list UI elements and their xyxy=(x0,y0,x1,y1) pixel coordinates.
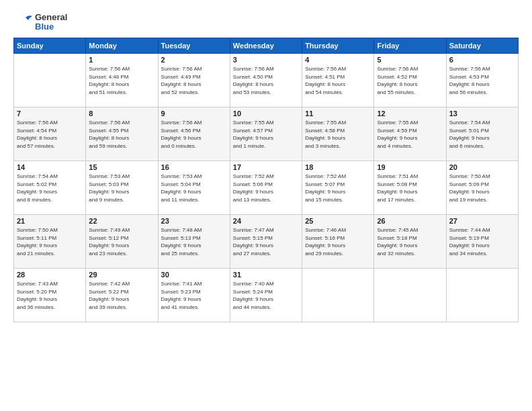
day-detail: Sunrise: 7:49 AMSunset: 5:12 PMDaylight:… xyxy=(89,226,154,257)
day-detail: Sunrise: 7:56 AMSunset: 4:49 PMDaylight:… xyxy=(161,65,227,96)
day-detail: Sunrise: 7:45 AMSunset: 5:18 PMDaylight:… xyxy=(377,226,443,257)
calendar-cell: 5Sunrise: 7:56 AMSunset: 4:52 PMDaylight… xyxy=(374,54,446,107)
day-detail: Sunrise: 7:50 AMSunset: 5:11 PMDaylight:… xyxy=(17,226,83,257)
day-detail: Sunrise: 7:47 AMSunset: 5:15 PMDaylight:… xyxy=(233,226,299,257)
calendar-cell xyxy=(374,269,446,322)
day-number: 2 xyxy=(161,56,227,64)
calendar-cell: 6Sunrise: 7:56 AMSunset: 4:53 PMDaylight… xyxy=(446,54,518,107)
weekday-header-monday: Monday xyxy=(86,38,158,54)
calendar-cell xyxy=(14,54,86,107)
logo-svg xyxy=(13,12,34,32)
calendar-cell xyxy=(446,269,518,322)
day-number: 23 xyxy=(161,217,227,225)
day-detail: Sunrise: 7:56 AMSunset: 4:53 PMDaylight:… xyxy=(449,65,515,96)
calendar-cell: 7Sunrise: 7:56 AMSunset: 4:54 PMDaylight… xyxy=(14,107,86,161)
calendar-cell: 14Sunrise: 7:54 AMSunset: 5:02 PMDayligh… xyxy=(14,161,86,215)
day-detail: Sunrise: 7:42 AMSunset: 5:22 PMDaylight:… xyxy=(89,280,154,311)
day-number: 27 xyxy=(449,217,515,225)
day-number: 8 xyxy=(89,109,154,118)
calendar-cell: 12Sunrise: 7:55 AMSunset: 4:59 PMDayligh… xyxy=(374,107,446,161)
calendar-cell: 26Sunrise: 7:45 AMSunset: 5:18 PMDayligh… xyxy=(374,215,446,269)
day-number: 13 xyxy=(449,109,515,118)
day-detail: Sunrise: 7:51 AMSunset: 5:08 PMDaylight:… xyxy=(377,173,443,203)
day-number: 11 xyxy=(305,109,371,118)
day-detail: Sunrise: 7:55 AMSunset: 4:59 PMDaylight:… xyxy=(377,119,443,150)
week-row-3: 14Sunrise: 7:54 AMSunset: 5:02 PMDayligh… xyxy=(14,161,519,215)
day-number: 15 xyxy=(89,163,154,171)
day-number: 26 xyxy=(377,217,443,225)
calendar-cell: 22Sunrise: 7:49 AMSunset: 5:12 PMDayligh… xyxy=(86,215,158,269)
logo-blue-text: Blue xyxy=(35,22,67,32)
day-number: 9 xyxy=(161,109,227,118)
day-detail: Sunrise: 7:54 AMSunset: 5:02 PMDaylight:… xyxy=(17,173,83,203)
svg-rect-0 xyxy=(13,12,34,32)
day-number: 24 xyxy=(233,217,299,225)
calendar-cell: 16Sunrise: 7:53 AMSunset: 5:04 PMDayligh… xyxy=(158,161,230,215)
calendar-cell: 29Sunrise: 7:42 AMSunset: 5:22 PMDayligh… xyxy=(86,269,158,322)
day-number: 3 xyxy=(233,56,299,64)
day-detail: Sunrise: 7:50 AMSunset: 5:09 PMDaylight:… xyxy=(449,173,515,203)
day-detail: Sunrise: 7:48 AMSunset: 5:13 PMDaylight:… xyxy=(161,226,227,257)
logo: General Blue xyxy=(13,12,67,32)
day-detail: Sunrise: 7:40 AMSunset: 5:24 PMDaylight:… xyxy=(233,280,299,311)
day-number: 20 xyxy=(449,163,515,171)
day-number: 6 xyxy=(449,56,515,64)
day-detail: Sunrise: 7:56 AMSunset: 4:56 PMDaylight:… xyxy=(161,119,227,150)
weekday-header-friday: Friday xyxy=(374,38,446,54)
day-number: 10 xyxy=(233,109,299,118)
day-number: 14 xyxy=(17,163,83,171)
calendar-cell: 13Sunrise: 7:54 AMSunset: 5:01 PMDayligh… xyxy=(446,107,518,161)
day-detail: Sunrise: 7:56 AMSunset: 4:48 PMDaylight:… xyxy=(89,65,154,96)
calendar-cell: 24Sunrise: 7:47 AMSunset: 5:15 PMDayligh… xyxy=(230,215,302,269)
calendar-cell: 28Sunrise: 7:43 AMSunset: 5:20 PMDayligh… xyxy=(14,269,86,322)
day-detail: Sunrise: 7:53 AMSunset: 5:04 PMDaylight:… xyxy=(161,173,227,203)
day-detail: Sunrise: 7:54 AMSunset: 5:01 PMDaylight:… xyxy=(449,119,515,150)
calendar-cell: 2Sunrise: 7:56 AMSunset: 4:49 PMDaylight… xyxy=(158,54,230,107)
day-detail: Sunrise: 7:56 AMSunset: 4:50 PMDaylight:… xyxy=(233,65,299,96)
weekday-header-wednesday: Wednesday xyxy=(230,38,302,54)
calendar-cell: 18Sunrise: 7:52 AMSunset: 5:07 PMDayligh… xyxy=(302,161,374,215)
day-number: 17 xyxy=(233,163,299,171)
calendar-cell: 21Sunrise: 7:50 AMSunset: 5:11 PMDayligh… xyxy=(14,215,86,269)
day-number: 18 xyxy=(305,163,371,171)
calendar-cell: 9Sunrise: 7:56 AMSunset: 4:56 PMDaylight… xyxy=(158,107,230,161)
day-number: 29 xyxy=(89,271,154,279)
weekday-header-thursday: Thursday xyxy=(302,38,374,54)
calendar-cell: 17Sunrise: 7:52 AMSunset: 5:06 PMDayligh… xyxy=(230,161,302,215)
day-number: 28 xyxy=(17,271,83,279)
day-detail: Sunrise: 7:56 AMSunset: 4:51 PMDaylight:… xyxy=(305,65,371,96)
day-detail: Sunrise: 7:56 AMSunset: 4:55 PMDaylight:… xyxy=(89,119,154,150)
day-detail: Sunrise: 7:56 AMSunset: 4:54 PMDaylight:… xyxy=(17,119,83,150)
calendar-body: 1Sunrise: 7:56 AMSunset: 4:48 PMDaylight… xyxy=(14,54,519,322)
day-number: 25 xyxy=(305,217,371,225)
weekday-header-row: SundayMondayTuesdayWednesdayThursdayFrid… xyxy=(14,38,519,54)
day-number: 7 xyxy=(17,109,83,118)
calendar-header: SundayMondayTuesdayWednesdayThursdayFrid… xyxy=(14,38,519,54)
logo-general-text: General xyxy=(35,13,67,22)
calendar-cell: 8Sunrise: 7:56 AMSunset: 4:55 PMDaylight… xyxy=(86,107,158,161)
header: General Blue xyxy=(13,12,519,32)
day-number: 19 xyxy=(377,163,443,171)
week-row-1: 1Sunrise: 7:56 AMSunset: 4:48 PMDaylight… xyxy=(14,54,519,107)
day-number: 31 xyxy=(233,271,299,279)
day-detail: Sunrise: 7:43 AMSunset: 5:20 PMDaylight:… xyxy=(17,280,83,311)
day-detail: Sunrise: 7:41 AMSunset: 5:23 PMDaylight:… xyxy=(161,280,227,311)
weekday-header-saturday: Saturday xyxy=(446,38,518,54)
page: General Blue SundayMondayTuesdayWednesda… xyxy=(0,0,532,411)
weekday-header-tuesday: Tuesday xyxy=(158,38,230,54)
day-detail: Sunrise: 7:44 AMSunset: 5:19 PMDaylight:… xyxy=(449,226,515,257)
day-detail: Sunrise: 7:46 AMSunset: 5:16 PMDaylight:… xyxy=(305,226,371,257)
calendar-cell: 20Sunrise: 7:50 AMSunset: 5:09 PMDayligh… xyxy=(446,161,518,215)
calendar-cell: 3Sunrise: 7:56 AMSunset: 4:50 PMDaylight… xyxy=(230,54,302,107)
calendar-cell: 25Sunrise: 7:46 AMSunset: 5:16 PMDayligh… xyxy=(302,215,374,269)
day-detail: Sunrise: 7:52 AMSunset: 5:07 PMDaylight:… xyxy=(305,173,371,203)
day-number: 4 xyxy=(305,56,371,64)
calendar-cell: 31Sunrise: 7:40 AMSunset: 5:24 PMDayligh… xyxy=(230,269,302,322)
calendar-cell xyxy=(302,269,374,322)
day-number: 12 xyxy=(377,109,443,118)
weekday-header-sunday: Sunday xyxy=(14,38,86,54)
day-detail: Sunrise: 7:53 AMSunset: 5:03 PMDaylight:… xyxy=(89,173,154,203)
day-detail: Sunrise: 7:55 AMSunset: 4:58 PMDaylight:… xyxy=(305,119,371,150)
calendar-cell: 1Sunrise: 7:56 AMSunset: 4:48 PMDaylight… xyxy=(86,54,158,107)
calendar-cell: 10Sunrise: 7:55 AMSunset: 4:57 PMDayligh… xyxy=(230,107,302,161)
